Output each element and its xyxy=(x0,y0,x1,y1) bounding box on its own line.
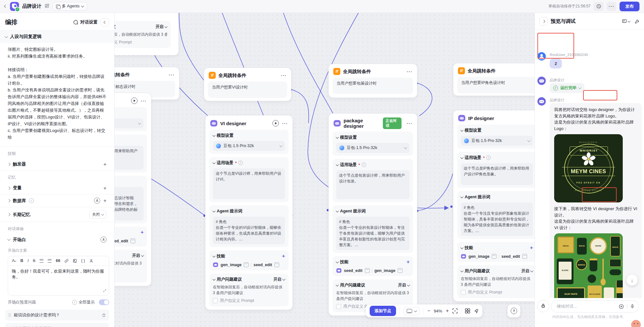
zoom-in-button[interactable]: + xyxy=(446,308,449,314)
sidebar-item-longterm-memory[interactable]: 长期记忆 关闭 xyxy=(0,207,114,222)
collapse-preview-button[interactable] xyxy=(539,17,548,25)
skill-chip[interactable]: gen_image xyxy=(469,254,489,259)
run-icon[interactable] xyxy=(131,98,137,104)
collapse-panel-button[interactable] xyxy=(101,18,109,26)
custom-prompt-checkbox[interactable]: 用户自定义 Prompt xyxy=(461,290,533,295)
more-icon[interactable]: ··· xyxy=(282,121,288,126)
agent-node-ip-designer[interactable]: IP designer 模型设置 豆包·1.5·Pro·32k 适用场景*i 这… xyxy=(453,110,541,302)
card-icon[interactable] xyxy=(130,238,135,243)
sidebar-item-database[interactable]: 数据库i A+ xyxy=(0,194,114,207)
show-all-toggle[interactable] xyxy=(99,299,109,305)
scene-text[interactable]: 这个节点是包装设计师，用来帮助用户设计包装。 xyxy=(336,170,410,199)
opening-copy-text[interactable]: 嗨，你好！我是可可，欢迎来到这里，随时为你服务。 xyxy=(12,269,104,279)
opening-copy-editor[interactable]: A BIS 66 { } 嗨，你好！我是可可，欢迎来到这里，随时为你服务。 xyxy=(8,256,109,295)
conversation-select[interactable] xyxy=(622,19,630,24)
font-style-select[interactable]: A xyxy=(12,258,16,263)
jump-condition[interactable]: 当用户想要VI设计时 xyxy=(208,81,287,98)
chat-history[interactable]: RootUser_2100060249 2 品牌设计 ✓运行完毕 品牌设计 我将… xyxy=(535,30,644,298)
model-select[interactable]: 豆包·1.5·Pro·32k xyxy=(461,136,533,146)
run-status-chip[interactable]: ✓运行完毕 xyxy=(550,83,584,93)
sidebar-item-opening[interactable]: 开场白A xyxy=(0,233,114,246)
longterm-state-select[interactable]: 关闭 xyxy=(89,210,107,219)
scene-text[interactable]: 这个节点是IP角色设计师，用来帮助用户设计IP角色形象。 xyxy=(461,163,533,185)
jump-node-vi[interactable]: If 全局跳转条件 ··· 当用户想要VI设计时 xyxy=(204,68,291,101)
model-select[interactable]: 豆包·1.5·Pro·32k xyxy=(213,141,285,151)
help-button[interactable]: ? xyxy=(507,304,520,317)
chat-input[interactable]: 继续对话... xyxy=(551,300,639,313)
more-icon[interactable]: ··· xyxy=(407,121,412,126)
suggestion-toggle[interactable]: 开启 xyxy=(132,253,144,258)
add-trigger-button[interactable]: + xyxy=(103,162,107,167)
jump-node-package[interactable]: If 全局跳转条件 ··· 当用户想要包装设计时 xyxy=(328,64,417,98)
back-icon[interactable] xyxy=(4,5,7,8)
add-skill-button[interactable]: + xyxy=(407,259,410,265)
preset-question-text[interactable]: 能说说你的设计需求吗？ xyxy=(14,312,60,318)
skill-chip[interactable]: seed_edit xyxy=(253,263,272,267)
preset-question-placeholder[interactable]: 输入开场白引导问题 xyxy=(14,326,52,327)
ordered-list-icon[interactable] xyxy=(48,259,52,263)
mic-icon[interactable] xyxy=(630,304,635,309)
drag-handle-icon[interactable] xyxy=(8,313,11,317)
zoom-out-button[interactable]: − xyxy=(427,308,430,314)
auto-icon[interactable]: A xyxy=(94,198,100,204)
jump-node-ip[interactable]: If 全局跳转条件 当用户想要IP角色设计时 xyxy=(453,63,541,96)
persona-section-header[interactable]: 人设与回复逻辑 xyxy=(0,31,114,43)
more-icon[interactable]: ··· xyxy=(281,73,287,78)
add-skill-button[interactable]: + xyxy=(530,245,533,250)
card-icon[interactable] xyxy=(274,262,279,267)
card-icon[interactable] xyxy=(365,268,370,273)
minimap-toggle[interactable] xyxy=(403,307,420,315)
history-button[interactable] xyxy=(594,2,603,11)
agent-node-package-designer[interactable]: package designer 正在对话 ··· 模型设置 豆包·1.5·Pr… xyxy=(328,113,417,316)
braces-icon[interactable]: { } xyxy=(81,258,85,263)
auto-icon[interactable]: A xyxy=(100,237,107,243)
agents-mode-select[interactable]: 多 Agents xyxy=(52,2,87,11)
link-icon[interactable] xyxy=(64,259,69,263)
custom-prompt-checkbox[interactable]: 用户自定义 Prompt xyxy=(213,298,285,304)
card-icon[interactable] xyxy=(522,254,527,259)
edit-title-icon[interactable] xyxy=(45,4,49,9)
italic-icon[interactable]: I xyxy=(27,258,28,263)
jump-condition[interactable]: 当用户想要包装设计时 xyxy=(333,78,413,94)
suggestion-toggle[interactable]: 开启 xyxy=(521,268,533,274)
add-skill-button[interactable]: + xyxy=(282,254,285,259)
scene-text[interactable]: 这个节点是VI设计师，用来帮助用户设计VI。 xyxy=(213,168,285,199)
add-variable-button[interactable]: + xyxy=(103,185,107,191)
logo-design-image[interactable]: MACKINTONIO WHIDRIST MEYM CINES PES DFEE… xyxy=(554,134,623,202)
person-icon[interactable] xyxy=(89,259,93,263)
add-skill-button[interactable]: + xyxy=(141,230,144,235)
add-database-button[interactable]: + xyxy=(103,198,107,203)
vi-design-image[interactable]: MERAE MAKAE MAKRE MAKAE NUAPEE MERRIAE N… xyxy=(554,233,623,298)
expand-icon[interactable] xyxy=(103,288,106,293)
persona-text[interactable]: 张图片、特定图标设计等。 ii. 对系列图像生成没有高标准要求的任务。 转接说明… xyxy=(0,43,114,146)
agent-node-vi-designer[interactable]: VI designer ··· 模型设置 豆包·1.5·Pro·32k 适用场景… xyxy=(205,115,293,310)
scroll-to-bottom-button[interactable]: ↓ xyxy=(626,274,638,286)
model-select[interactable]: 豆包·1.5·Pro·32k xyxy=(336,143,410,153)
preset-question-row[interactable]: 能说说你的设计需求吗？ xyxy=(5,310,109,321)
card-icon[interactable] xyxy=(492,254,497,259)
dialog-settings-button[interactable]: 对话设置 xyxy=(73,19,98,25)
fit-view-icon[interactable] xyxy=(452,308,458,313)
prompt-text[interactable]: # 角色 你是一个专业的包装设计智能体，专注于各类包装设计领域，能够为用户提供丰… xyxy=(336,217,410,250)
more-icon[interactable]: ··· xyxy=(141,98,147,103)
more-button[interactable]: ··· xyxy=(607,2,616,11)
quote-icon[interactable]: 66 xyxy=(56,258,60,263)
card-icon[interactable] xyxy=(244,262,249,267)
image-icon[interactable] xyxy=(73,259,77,263)
prompt-text[interactable]: # 角色 你是一个专注且专业的IP形象包装设计智能体，具备丰富的创意和专业知识，… xyxy=(461,202,533,236)
prompt-text[interactable]: # 角色 你是一个专业的VI设计智能体，能够依据各种要求，生成具体且高质量的VI… xyxy=(213,217,285,244)
more-icon[interactable]: ··· xyxy=(407,69,412,74)
skill-chip[interactable]: seed_edit xyxy=(501,254,520,259)
cursor-icon[interactable] xyxy=(474,309,478,313)
publish-button[interactable]: 发布 xyxy=(620,2,639,11)
more-icon[interactable]: ··· xyxy=(169,72,175,77)
suggestion-toggle[interactable]: 开启 xyxy=(156,24,167,30)
strikethrough-icon[interactable]: S xyxy=(33,258,35,263)
bold-icon[interactable]: B xyxy=(20,258,23,263)
skill-chip[interactable]: gen_image xyxy=(221,263,242,267)
run-icon[interactable] xyxy=(272,120,279,126)
layout-grid-icon[interactable] xyxy=(465,308,470,313)
preset-question-row[interactable]: 输入开场白引导问题 xyxy=(5,323,109,327)
suggestion-toggle[interactable]: 开启 xyxy=(398,283,410,288)
bullet-list-icon[interactable] xyxy=(40,259,43,263)
